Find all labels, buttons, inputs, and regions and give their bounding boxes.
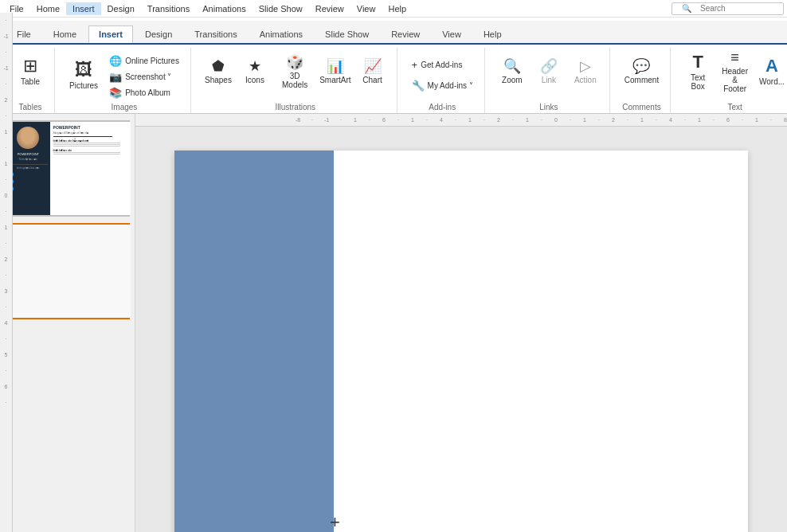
tab-view[interactable]: View xyxy=(432,25,472,43)
action-label: Action xyxy=(574,76,597,84)
link-button[interactable]: 🔗 Link xyxy=(531,48,566,96)
photo-album-label: Photo Album xyxy=(125,88,170,97)
ribbon-group-text: T Text Box ≡ Header & Footer A Word... T… xyxy=(674,48,787,113)
ribbon-group-tables: ⊞ Table Tables xyxy=(6,48,55,113)
header-footer-icon: ≡ xyxy=(730,50,739,65)
tab-animations[interactable]: Animations xyxy=(249,25,313,43)
menu-bar: File Home Insert Design Transitions Anim… xyxy=(0,0,787,18)
search-icon: 🔍 xyxy=(675,2,698,14)
icons-icon: ★ xyxy=(249,59,261,73)
tab-insert[interactable]: Insert xyxy=(88,25,133,43)
3d-models-label: 3D Models xyxy=(279,72,311,89)
tab-design[interactable]: Design xyxy=(135,25,182,43)
illustrations-group-label: Illustrations xyxy=(275,103,315,113)
photo-album-button[interactable]: 📚 Photo Album xyxy=(104,86,184,100)
menu-insert[interactable]: Insert xyxy=(66,2,101,15)
ribbon-group-illustrations: ⬟ Shapes ★ Icons 🎲 3D Models 📊 SmartArt … xyxy=(194,48,397,113)
zoom-button[interactable]: 🔍 Zoom xyxy=(495,48,530,96)
online-pictures-button[interactable]: 🌐 Online Pictures xyxy=(104,54,184,68)
wordart-button[interactable]: A Word... xyxy=(754,48,787,96)
link-icon: 🔗 xyxy=(540,59,558,73)
slide-page: + xyxy=(174,151,748,532)
slide-blue-rectangle xyxy=(174,151,334,532)
shapes-icon: ⬟ xyxy=(212,59,225,73)
3d-models-button[interactable]: 🎲 3D Models xyxy=(274,48,315,96)
comment-icon: 💬 xyxy=(632,59,650,73)
online-pictures-icon: 🌐 xyxy=(109,55,122,67)
get-addins-label: Get Add-ins xyxy=(421,61,462,69)
textbox-button[interactable]: T Text Box xyxy=(680,48,715,96)
pictures-label: Pictures xyxy=(69,81,98,90)
slide1-preview: POWERPOINT Trình độ học vấn kinh nghiệm … xyxy=(6,122,131,215)
smartart-button[interactable]: 📊 SmartArt xyxy=(317,48,353,96)
tab-slideshow[interactable]: Slide Show xyxy=(315,25,379,43)
menu-slideshow[interactable]: Slide Show xyxy=(253,2,309,15)
icons-label: Icons xyxy=(245,76,264,84)
action-button[interactable]: ▷ Action xyxy=(568,48,603,96)
my-addins-icon: 🔧 xyxy=(412,80,425,92)
online-pictures-label: Online Pictures xyxy=(125,57,179,65)
ribbon-group-links: 🔍 Zoom 🔗 Link ▷ Action Links xyxy=(488,48,610,113)
ribbon: File Home Insert Design Transitions Anim… xyxy=(0,18,787,114)
ruler-top-marks: -8 · -1 · 1 · 6 · 1 · 4 · 1 · 2 · 1 · 0 … xyxy=(291,117,787,123)
slide-thumb-2[interactable] xyxy=(5,223,130,319)
shapes-button[interactable]: ⬟ Shapes xyxy=(201,48,236,96)
links-group-label: Links xyxy=(539,103,558,113)
screenshot-button[interactable]: 📷 Screenshot ˅ xyxy=(104,70,184,84)
slide2-preview xyxy=(6,225,131,318)
slide-thumb-1[interactable]: POWERPOINT Trình độ học vấn kinh nghiệm … xyxy=(5,120,130,217)
chart-icon: 📈 xyxy=(364,59,382,73)
menu-transitions[interactable]: Transitions xyxy=(141,2,196,15)
table-icon: ⊞ xyxy=(23,57,37,75)
tab-help[interactable]: Help xyxy=(473,25,512,43)
ribbon-content: ⊞ Table Tables 🖼 Pictures 🌐 Online Pictu… xyxy=(0,43,787,113)
search-box[interactable]: 🔍 xyxy=(671,2,784,15)
shapes-label: Shapes xyxy=(205,76,232,84)
link-label: Link xyxy=(542,76,556,84)
zoom-label: Zoom xyxy=(502,76,523,84)
comments-group-label: Comments xyxy=(622,103,660,113)
crosshair-cursor: + xyxy=(330,512,340,532)
addins-group-label: Add-ins xyxy=(429,103,456,113)
text-group-label: Text xyxy=(727,103,742,113)
ribbon-group-addins: + Get Add-ins 🔧 My Add-ins ˅ Add-ins xyxy=(401,48,485,113)
menu-review[interactable]: Review xyxy=(309,2,350,15)
menu-help[interactable]: Help xyxy=(382,2,413,15)
my-addins-button[interactable]: 🔧 My Add-ins ˅ xyxy=(407,77,478,95)
ruler-top: -8 · -1 · 1 · 6 · 1 · 4 · 1 · 2 · 1 · 0 … xyxy=(135,114,787,127)
slide-canvas-area[interactable]: + xyxy=(135,127,787,532)
screenshot-icon: 📷 xyxy=(109,71,122,83)
tab-home[interactable]: Home xyxy=(43,25,87,43)
comment-button[interactable]: 💬 Comment xyxy=(620,48,664,96)
slide-panel[interactable]: POWERPOINT Trình độ học vấn kinh nghiệm … xyxy=(0,114,135,532)
action-icon: ▷ xyxy=(580,59,591,73)
header-footer-button[interactable]: ≡ Header & Footer xyxy=(717,48,753,96)
ribbon-group-images: 🖼 Pictures 🌐 Online Pictures 📷 Screensho… xyxy=(58,48,191,113)
my-addins-label: My Add-ins ˅ xyxy=(428,81,473,90)
table-button[interactable]: ⊞ Table xyxy=(13,48,48,96)
pictures-button[interactable]: 🖼 Pictures xyxy=(65,52,103,100)
comment-label: Comment xyxy=(625,76,659,84)
icons-button[interactable]: ★ Icons xyxy=(237,48,272,96)
ribbon-group-comments: 💬 Comment Comments xyxy=(613,48,671,113)
screenshot-label: Screenshot ˅ xyxy=(125,72,171,81)
app-body: POWERPOINT Trình độ học vấn kinh nghiệm … xyxy=(0,114,787,532)
search-input[interactable] xyxy=(700,4,780,13)
wordart-label: Word... xyxy=(759,77,785,86)
tab-transitions[interactable]: Transitions xyxy=(184,25,247,43)
chart-button[interactable]: 📈 Chart xyxy=(355,48,390,96)
menu-design[interactable]: Design xyxy=(101,2,141,15)
smartart-icon: 📊 xyxy=(327,59,344,73)
menu-home[interactable]: Home xyxy=(30,2,66,15)
tab-review[interactable]: Review xyxy=(381,25,430,43)
get-addins-button[interactable]: + Get Add-ins xyxy=(407,57,468,74)
tables-group-label: Tables xyxy=(19,103,42,113)
wordart-icon: A xyxy=(765,57,778,75)
menu-view[interactable]: View xyxy=(350,2,382,15)
menu-animations[interactable]: Animations xyxy=(196,2,252,15)
chart-label: Chart xyxy=(362,76,382,84)
textbox-label: Text Box xyxy=(685,73,711,91)
pictures-icon: 🖼 xyxy=(75,61,92,79)
header-footer-label: Header & Footer xyxy=(722,67,748,93)
ribbon-tabs: File Home Insert Design Transitions Anim… xyxy=(0,21,787,43)
